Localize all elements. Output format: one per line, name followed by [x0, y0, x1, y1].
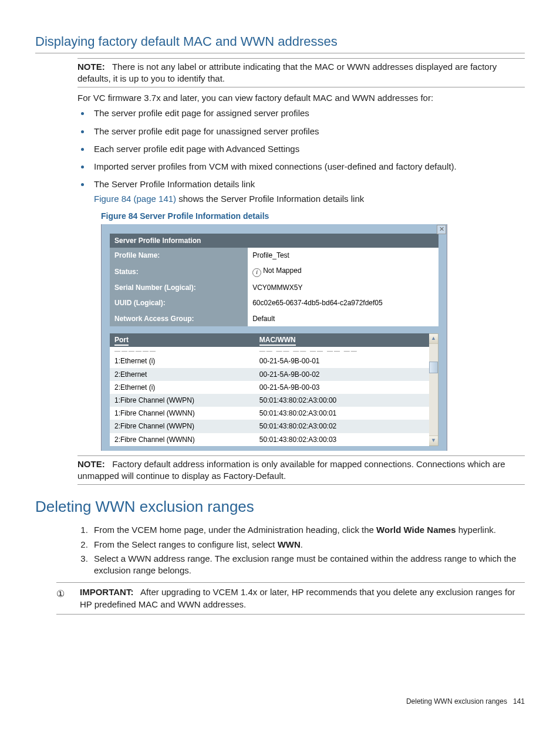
steps-list: From the VCEM home page, under the Admin…: [77, 524, 525, 576]
important-text: After upgrading to VCEM 1.4x or later, H…: [80, 587, 515, 609]
server-profile-panel: ✕ Server Profile Information Profile Nam…: [101, 224, 447, 451]
scroll-down-icon[interactable]: ▼: [429, 436, 438, 445]
scroll-track[interactable]: [429, 344, 438, 436]
table-row: ———————— —— —— —— —— ——: [110, 347, 429, 355]
row-value: 60c02e65-0637-4db5-bd64-c2a972fdef05: [248, 295, 438, 310]
note-text: Factory default address information is o…: [77, 459, 505, 481]
note-label: NOTE:: [77, 459, 105, 469]
list-item: Imported server profiles from VCM with m…: [90, 161, 525, 173]
row-label: UUID (Logical):: [110, 295, 248, 310]
table-row: 2:Ethernet00-21-5A-9B-00-02: [110, 368, 429, 381]
profile-info-header: Server Profile Information: [110, 234, 438, 248]
list-item: From the VCEM home page, under the Admin…: [90, 524, 525, 536]
bullet-list: The server profile edit page for assigne…: [77, 107, 525, 205]
intro-paragraph: For VC firmware 3.7x and later, you can …: [77, 92, 525, 104]
page-footer: Deleting WWN exclusion ranges 141: [35, 697, 525, 706]
list-item: The server profile edit page for assigne…: [90, 107, 525, 119]
figure-ref-rest: shows the Server Profile Information det…: [176, 194, 364, 204]
row-label: Profile Name:: [110, 248, 248, 263]
list-item: From the Select ranges to configure list…: [90, 539, 525, 551]
row-label: Network Access Group:: [110, 311, 248, 326]
scroll-thumb[interactable]: [429, 362, 438, 373]
list-item: The server profile edit page for unassig…: [90, 126, 525, 137]
table-row: Profile Name: Profile_Test: [110, 248, 438, 263]
figure-ref-link[interactable]: Figure 84 (page 141): [94, 194, 176, 204]
profile-info-table: Server Profile Information Profile Name:…: [110, 234, 438, 326]
note-text: There is not any label or attribute indi…: [77, 62, 497, 83]
list-item: The Server Profile Information details l…: [90, 178, 525, 205]
row-label: Status:: [110, 263, 248, 280]
list-item: Select a WWN address range. The exclusio…: [90, 553, 525, 577]
list-item-text: The Server Profile Information details l…: [94, 179, 255, 189]
table-row: Status: iNot Mapped: [110, 263, 438, 280]
figure-caption: Figure 84 Server Profile Information det…: [101, 211, 525, 222]
table-row: 1:Fibre Channel (WWNN)50:01:43:80:02:A3:…: [110, 407, 429, 420]
important-label: IMPORTANT:: [80, 587, 133, 597]
mac-header: MAC/WWN: [255, 333, 429, 347]
note-block-2: NOTE: Factory default address informatio…: [77, 455, 525, 485]
important-block: ① IMPORTANT: After upgrading to VCEM 1.4…: [56, 582, 525, 615]
note-label: NOTE:: [77, 62, 105, 72]
port-header: Port: [110, 333, 255, 347]
note-block-1: NOTE: There is not any label or attribut…: [77, 58, 525, 88]
close-icon[interactable]: ✕: [437, 225, 446, 234]
row-label: Serial Number (Logical):: [110, 280, 248, 295]
table-row: Serial Number (Logical): VCY0MMWX5Y: [110, 280, 438, 295]
scroll-up-icon[interactable]: ▲: [429, 334, 438, 344]
table-row: Network Access Group: Default: [110, 311, 438, 326]
row-value: Profile_Test: [248, 248, 438, 263]
table-row: 2:Fibre Channel (WWPN)50:01:43:80:02:A3:…: [110, 420, 429, 433]
list-item: Each server profile edit page with Advan…: [90, 143, 525, 155]
port-mac-table: Port MAC/WWN ———————— —— —— —— —— —— 1:E…: [110, 333, 429, 446]
scrollbar[interactable]: ▲ ▼: [429, 333, 438, 446]
table-row: 1:Fibre Channel (WWPN)50:01:43:80:02:A3:…: [110, 394, 429, 407]
row-value: iNot Mapped: [248, 263, 438, 280]
table-row: UUID (Logical): 60c02e65-0637-4db5-bd64-…: [110, 295, 438, 310]
important-icon: ①: [56, 586, 80, 610]
info-icon: i: [252, 268, 261, 277]
table-row: 2:Fibre Channel (WWNN)50:01:43:80:02:A3:…: [110, 433, 429, 446]
row-value: VCY0MMWX5Y: [248, 280, 438, 295]
table-row: 2:Ethernet (i)00-21-5A-9B-00-03: [110, 381, 429, 394]
section-heading-delete: Deleting WWN exclusion ranges: [35, 497, 525, 519]
table-row: 1:Ethernet (i)00-21-5A-9B-00-01: [110, 355, 429, 367]
section-heading-display: Displaying factory default MAC and WWN a…: [35, 33, 525, 53]
row-value: Default: [248, 311, 438, 326]
